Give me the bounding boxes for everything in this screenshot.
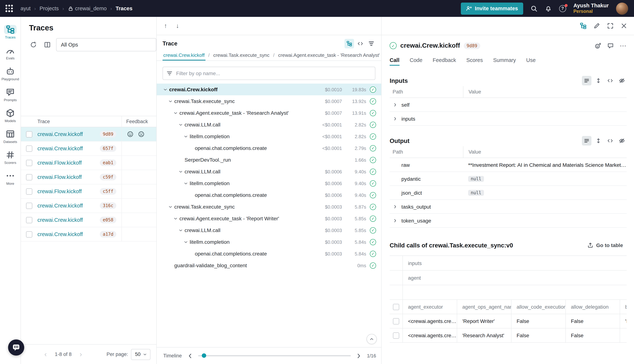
tab-scores[interactable]: Scores [466,54,483,66]
select-all-checkbox[interactable] [393,304,399,310]
user-menu[interactable]: Ayush Thakur Personal [573,3,609,14]
tree-view-button[interactable] [345,39,354,48]
timeline-slider[interactable] [198,355,351,356]
breadcrumb-project[interactable]: crewai_demo [68,6,107,11]
chevron-right-icon[interactable] [393,102,398,107]
sidebar-item-evals[interactable]: Evals [0,43,21,64]
row-checkbox[interactable] [393,332,399,338]
list-view-button[interactable] [582,136,591,146]
op-filter-input[interactable] [163,67,375,80]
trace-row[interactable]: crewai.Crew.kickoff316c [21,199,156,213]
trace-row[interactable]: crewai.Flow.kickoffeab1 [21,156,156,170]
trace-path-tab[interactable]: crewai.Agent.execute_task - 'Research An… [277,50,381,60]
tree-toggle-icon[interactable] [580,22,587,29]
tab-summary[interactable]: Summary [493,54,516,66]
trace-tree-row[interactable]: crewai.LLM.call$0.00035.85s✓ [157,224,381,236]
column-header[interactable]: allow_delegation [565,300,620,314]
trace-tree-row[interactable]: crewai.Crew.kickoff$0.001019.83s✓ [157,84,381,95]
trace-tree-row[interactable]: crewai.Agent.execute_task - 'Research An… [157,107,381,119]
close-icon[interactable] [620,22,627,29]
hide-values-button[interactable] [617,76,627,86]
chevron-down-icon[interactable] [178,122,183,127]
trace-row[interactable]: crewai.Crew.kickoffe058 [21,213,156,227]
support-chat-button[interactable] [8,340,24,356]
sidebar-item-more[interactable]: More [0,168,21,189]
trace-path-tab[interactable]: crewai.Task.execute_sync [213,50,270,60]
column-header-trace[interactable]: Trace [38,119,121,124]
trace-row[interactable]: crewai.Flow.kickoffc5ff [21,184,156,199]
comment-icon[interactable] [607,42,614,49]
sidebar-item-prompts[interactable]: Prompts [0,85,21,106]
row-checkbox[interactable] [26,174,32,180]
code-format-button[interactable] [605,136,615,146]
chevron-down-icon[interactable] [173,216,178,221]
child-call-row[interactable]: <crewai.agents.cre…'Report Writer'FalseF… [390,314,627,328]
flame-view-button[interactable] [367,39,376,48]
row-checkbox[interactable] [26,145,32,152]
column-header[interactable]: b [620,300,627,314]
trace-path-tab[interactable]: crewai.Crew.kickoff [163,50,205,60]
tab-use[interactable]: Use [526,54,536,66]
trace-tree-row[interactable]: crewai.Agent.execute_task - 'Report Writ… [157,212,381,224]
column-header[interactable]: allow_code_execution [511,300,565,314]
chevron-right-icon[interactable] [393,204,398,209]
sidebar-item-playground[interactable]: Playground [0,64,21,85]
trace-row[interactable]: crewai.Crew.kickoff9d89 [21,127,156,142]
help-button[interactable]: ? [559,5,566,12]
trace-name-link[interactable]: crewai.Crew.kickoff [38,146,83,152]
list-view-button[interactable] [582,76,591,86]
more-options-icon[interactable]: ⋯ [620,42,627,49]
scroll-to-top-button[interactable] [367,334,377,344]
trace-tree-row[interactable]: litellm.completion$0.00069.40s✓ [157,178,381,189]
sidebar-item-models[interactable]: Models [0,106,21,126]
chevron-down-icon[interactable] [168,204,173,209]
chevron-down-icon[interactable] [178,228,183,232]
trace-tree-row[interactable]: openai.chat.completions.create$0.00069.4… [157,189,381,201]
tab-code[interactable]: Code [410,54,422,66]
column-header-feedback[interactable]: Feedback [121,116,156,127]
avatar[interactable] [616,2,628,14]
trace-name-link[interactable]: crewai.Crew.kickoff [38,231,83,237]
row-checkbox[interactable] [26,188,32,194]
trace-tree-row[interactable]: crewai.LLM.call$0.00069.40s✓ [157,166,381,178]
trace-tree-row[interactable]: crewai.Task.execute_sync$0.000713.92s✓ [157,95,381,107]
row-checkbox[interactable] [393,318,399,324]
row-checkbox[interactable] [26,160,32,166]
sidebar-item-scorers[interactable]: Scorers [0,147,21,168]
timeline-next-icon[interactable] [355,352,363,360]
trace-tree-row[interactable]: SerperDevTool._run1.66s✓ [157,154,381,166]
breadcrumb-projects[interactable]: Projects [40,6,59,11]
feedback-smiley-icon[interactable] [127,131,134,138]
sidebar-item-traces[interactable]: Traces [0,22,21,43]
refresh-button[interactable] [28,40,39,50]
row-checkbox[interactable] [26,131,32,137]
hide-values-button[interactable] [617,136,627,146]
chevron-right-icon[interactable] [393,218,398,223]
expand-rows-button[interactable] [594,76,603,86]
child-call-row[interactable]: <crewai.agents.cre…'Research Analyst'Fal… [390,328,627,343]
ops-filter-dropdown[interactable]: All Ops [56,38,156,51]
chevron-down-icon[interactable] [183,240,188,244]
trace-name-link[interactable]: crewai.Flow.kickoff [38,188,82,194]
trace-row[interactable]: crewai.Crew.kickoff657f [21,142,156,156]
trace-tree-row[interactable]: openai.chat.completions.create<$0.00012.… [157,142,381,154]
chevron-down-icon[interactable] [183,134,188,139]
sidebar-item-datasets[interactable]: Datasets [0,126,21,147]
trace-row[interactable]: crewai.Crew.kickoffa17d [21,227,156,242]
chevron-down-icon[interactable] [173,110,178,115]
fullscreen-icon[interactable] [607,22,614,29]
add-reaction-icon[interactable] [595,42,601,49]
tab-feedback[interactable]: Feedback [433,54,456,66]
trace-tree-row[interactable]: crewai.Task.execute_sync$0.00035.87s✓ [157,201,381,212]
feedback-frown-icon[interactable] [138,131,145,138]
trace-tree-row[interactable]: openai.chat.completions.create$0.00035.8… [157,248,381,260]
columns-settings-button[interactable] [42,40,53,50]
code-format-button[interactable] [605,76,615,86]
next-call-button[interactable]: ↓ [176,22,179,30]
prev-page-button[interactable]: ‹ [44,351,47,358]
row-checkbox[interactable] [26,202,32,209]
expand-rows-button[interactable] [594,136,603,146]
timeline-prev-icon[interactable] [186,352,194,360]
trace-name-link[interactable]: crewai.Flow.kickoff [38,160,82,166]
trace-tree-row[interactable]: litellm.completion<$0.00012.82s✓ [157,130,381,142]
